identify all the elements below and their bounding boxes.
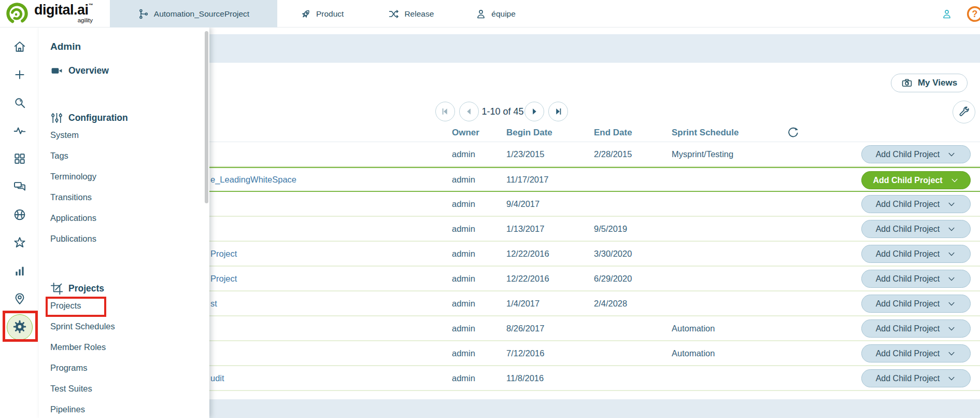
column-header-sprint-schedule[interactable]: Sprint Schedule: [672, 128, 738, 138]
topnav-automation_sourceproject[interactable]: Automation_SourceProject: [110, 0, 277, 27]
table-header-row: OwnerBegin DateEnd DateSprint Schedule: [209, 126, 980, 142]
begin-date-cell: 12/22/2016: [506, 274, 549, 284]
column-header-owner[interactable]: Owner: [452, 128, 479, 138]
menu-item-tags[interactable]: Tags: [50, 145, 209, 166]
chevron-down-icon: [947, 225, 956, 234]
customize-button[interactable]: [953, 101, 975, 123]
add-child-project-button[interactable]: Add Child Project: [861, 220, 971, 238]
plan-icon: [50, 282, 63, 295]
chevron-down-icon: [947, 349, 956, 358]
project-name-link[interactable]: udit: [210, 373, 224, 383]
table-row: admin 7/12/2016 Automation Add Child Pro…: [209, 341, 980, 366]
menu-item-transitions[interactable]: Transitions: [50, 187, 209, 207]
user-avatar-icon[interactable]: [941, 8, 953, 20]
chat-icon: [13, 180, 26, 193]
owner-cell: admin: [452, 299, 475, 309]
panel-scrollbar[interactable]: [205, 31, 208, 203]
table-row: admin 1/13/2017 9/5/2019 Add Child Proje…: [209, 217, 980, 242]
menu-section-overview[interactable]: Overview: [50, 64, 209, 77]
topnav-équipe[interactable]: équipe: [469, 0, 522, 27]
pagination-first-button[interactable]: [435, 102, 455, 121]
add-child-project-button[interactable]: Add Child Project: [861, 195, 971, 213]
menu-item-programs[interactable]: Programs: [50, 357, 209, 378]
sidebar-chat-button[interactable]: [0, 180, 39, 193]
sidebar-search-button[interactable]: [0, 96, 39, 109]
end-date-cell: 3/30/2020: [594, 249, 632, 259]
begin-date-cell: 1/23/2015: [506, 149, 544, 159]
chevron-down-icon: [950, 176, 959, 185]
first-page-icon: [440, 106, 450, 117]
next-page-icon: [529, 106, 539, 117]
add-child-project-button[interactable]: Add Child Project: [861, 171, 971, 189]
person-icon: [475, 8, 487, 20]
menu-item-publications[interactable]: Publications: [50, 228, 209, 249]
begin-date-cell: 7/12/2016: [506, 349, 544, 358]
sidebar-plus-button[interactable]: [0, 68, 39, 81]
add-child-project-button[interactable]: Add Child Project: [861, 245, 971, 263]
begin-date-cell: 1/13/2017: [506, 224, 544, 234]
table-row: st admin 1/4/2017 2/4/2028 Add Child Pro…: [209, 291, 980, 316]
sidebar-home-button[interactable]: [0, 40, 39, 53]
chevron-down-icon: [947, 299, 956, 309]
menu-item-projects[interactable]: Projects: [50, 295, 209, 316]
add-child-project-button[interactable]: Add Child Project: [861, 295, 971, 313]
add-child-project-button[interactable]: Add Child Project: [861, 319, 971, 338]
svg-text:?: ?: [972, 9, 978, 19]
owner-cell: admin: [452, 149, 475, 159]
sidebar-location-button[interactable]: [0, 292, 39, 305]
my-views-label: My Views: [918, 78, 957, 88]
menu-item-sprint-schedules[interactable]: Sprint Schedules: [50, 316, 209, 337]
project-name-link[interactable]: Project: [210, 249, 237, 259]
menu-item-terminology[interactable]: Terminology: [50, 166, 209, 187]
hierarchy-icon: [138, 8, 149, 20]
sidebar-globe-button[interactable]: [0, 208, 39, 221]
project-name-link[interactable]: e_LeadingWhiteSpace: [210, 175, 296, 185]
home-icon: [13, 40, 26, 53]
refresh-icon[interactable]: [787, 126, 800, 139]
column-header-begin-date[interactable]: Begin Date: [506, 128, 552, 138]
sidebar-star-button[interactable]: [0, 236, 39, 249]
add-child-project-button[interactable]: Add Child Project: [861, 145, 971, 163]
sliders-icon: [50, 112, 63, 124]
digitalai-logo-icon: [5, 2, 29, 25]
topnav-release[interactable]: Release: [382, 0, 440, 27]
owner-cell: admin: [452, 175, 475, 185]
owner-cell: admin: [452, 373, 475, 383]
add-child-project-button[interactable]: Add Child Project: [861, 270, 971, 288]
sidebar-activity-button[interactable]: [0, 124, 39, 137]
column-header-end-date[interactable]: End Date: [594, 128, 632, 138]
pagination-last-button[interactable]: [548, 102, 568, 121]
end-date-cell: 6/29/2020: [594, 274, 632, 284]
table-row: admin 9/4/2017 Add Child Project: [209, 192, 980, 217]
menu-section-projects[interactable]: Projects: [50, 282, 209, 295]
menu-item-system[interactable]: System: [50, 124, 209, 145]
pagination-prev-button[interactable]: [459, 102, 479, 121]
project-name-link[interactable]: Project: [210, 274, 237, 284]
top-navigation: Automation_SourceProject Product Release…: [110, 0, 522, 27]
project-name-link[interactable]: st: [210, 299, 217, 309]
brand-logo-area[interactable]: digital.ai™ agility: [5, 2, 93, 25]
video-icon: [50, 64, 63, 77]
activity-icon: [13, 124, 26, 137]
star-icon: [13, 236, 26, 249]
menu-section-configuration[interactable]: Configuration: [50, 111, 209, 124]
sidebar-bar-chart-button[interactable]: [0, 264, 39, 277]
chevron-down-icon: [947, 200, 956, 209]
begin-date-cell: 9/4/2017: [506, 199, 539, 209]
add-child-project-button[interactable]: Add Child Project: [861, 344, 971, 363]
menu-item-member-roles[interactable]: Member Roles: [50, 337, 209, 357]
help-icon[interactable]: ?: [966, 5, 980, 23]
sidebar-grid-button[interactable]: [0, 152, 39, 165]
menu-item-pipelines[interactable]: Pipelines: [50, 399, 209, 418]
topnav-product[interactable]: Product: [294, 0, 350, 27]
menu-item-applications[interactable]: Applications: [50, 207, 209, 228]
menu-item-test-suites[interactable]: Test Suites: [50, 378, 209, 399]
table-row: e_LeadingWhiteSpace admin 11/17/2017 Add…: [209, 167, 980, 192]
sprint-schedule-cell: Automation: [672, 349, 715, 358]
pagination-next-button[interactable]: [524, 102, 544, 121]
my-views-button[interactable]: My Views: [891, 74, 968, 92]
grid-icon: [13, 152, 26, 165]
add-child-project-button[interactable]: Add Child Project: [861, 369, 971, 387]
owner-cell: admin: [452, 199, 475, 209]
sidebar-settings-button[interactable]: [0, 320, 39, 333]
